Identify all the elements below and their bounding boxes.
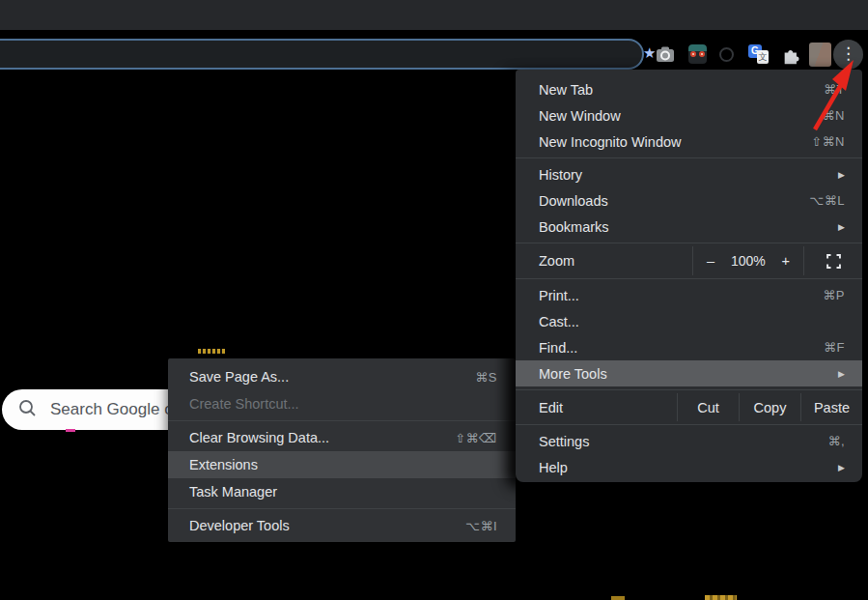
page-fragment-gold-1 xyxy=(611,596,625,600)
menu-item-label: History xyxy=(539,167,838,183)
menu-item-history[interactable]: History ▶ xyxy=(516,161,862,187)
menu-separator xyxy=(516,157,862,158)
menu-item-help[interactable]: Help ▶ xyxy=(516,454,862,480)
disabled-extension-icon[interactable] xyxy=(719,47,734,62)
menu-separator xyxy=(168,420,516,421)
more-tools-submenu: Save Page As... ⌘S Create Shortcut... Cl… xyxy=(168,358,516,542)
menu-item-label: Print... xyxy=(539,288,823,303)
shortcut-label: ⇧⌘⌫ xyxy=(455,431,497,445)
submenu-item-label: Developer Tools xyxy=(189,518,465,533)
submenu-item-extensions[interactable]: Extensions xyxy=(168,451,516,478)
menu-item-label: Zoom xyxy=(516,253,692,269)
bookmark-star-icon[interactable]: ★ xyxy=(643,45,656,61)
page-fragment-gold-2 xyxy=(705,595,737,600)
search-placeholder: Search Google o xyxy=(50,400,174,419)
shortcut-label: ⌘N xyxy=(823,108,845,123)
menu-item-label: Downloads xyxy=(539,193,809,209)
menu-item-label: Edit xyxy=(516,400,677,415)
submenu-arrow-icon: ▶ xyxy=(838,369,845,379)
fullscreen-icon xyxy=(826,254,841,269)
page-fragment-pink xyxy=(66,429,75,432)
page-fragment-gold-dashes xyxy=(198,349,225,354)
menu-item-zoom: Zoom – 100% + xyxy=(516,246,862,275)
submenu-item-label: Save Page As... xyxy=(189,369,475,385)
kebab-menu-icon: ⋮ xyxy=(840,44,856,63)
shortcut-label: ⇧⌘N xyxy=(811,134,845,149)
menu-separator xyxy=(516,424,862,425)
edit-cut-button[interactable]: Cut xyxy=(677,393,739,421)
menu-separator xyxy=(516,243,862,243)
character-glasses-right xyxy=(699,51,705,57)
submenu-item-clear-browsing-data[interactable]: Clear Browsing Data... ⇧⌘⌫ xyxy=(168,424,516,451)
translate-icon[interactable]: G 文 xyxy=(748,44,769,65)
submenu-arrow-icon: ▶ xyxy=(838,463,845,472)
menu-item-new-incognito-window[interactable]: New Incognito Window ⇧⌘N xyxy=(516,129,862,155)
shortcut-label: ⌘T xyxy=(824,82,845,97)
character-hair xyxy=(688,44,707,51)
menu-item-new-tab[interactable]: New Tab ⌘T xyxy=(516,76,862,102)
profile-avatar[interactable] xyxy=(809,43,831,67)
menu-item-downloads[interactable]: Downloads ⌥⌘L xyxy=(516,187,862,214)
omnibox-address-bar[interactable] xyxy=(0,39,644,70)
search-icon xyxy=(18,399,37,421)
menu-item-label: New Window xyxy=(539,108,823,124)
submenu-item-label: Task Manager xyxy=(189,484,497,500)
submenu-item-label: Extensions xyxy=(189,457,497,472)
menu-separator xyxy=(168,508,516,509)
cut-label: Cut xyxy=(697,400,719,415)
submenu-arrow-icon: ▶ xyxy=(838,170,845,180)
fullscreen-button[interactable] xyxy=(804,246,862,275)
menu-item-cast[interactable]: Cast... xyxy=(516,308,862,334)
shortcut-label: ⌥⌘I xyxy=(465,519,497,533)
shortcut-label: ⌘S xyxy=(475,370,497,385)
shortcut-label: ⌘F xyxy=(824,340,845,355)
menu-item-find[interactable]: Find... ⌘F xyxy=(516,334,862,360)
submenu-item-create-shortcut: Create Shortcut... xyxy=(168,390,516,417)
menu-item-bookmarks[interactable]: Bookmarks ▶ xyxy=(516,214,862,240)
submenu-arrow-icon: ▶ xyxy=(838,222,845,232)
chrome-main-menu: New Tab ⌘T New Window ⌘N New Incognito W… xyxy=(516,70,862,482)
copy-label: Copy xyxy=(754,400,787,415)
shortcut-label: ⌥⌘L xyxy=(809,193,845,208)
zoom-out-button[interactable]: – xyxy=(707,253,714,269)
paste-label: Paste xyxy=(814,400,850,415)
submenu-item-save-page-as[interactable]: Save Page As... ⌘S xyxy=(168,363,516,390)
menu-item-more-tools[interactable]: More Tools ▶ xyxy=(516,360,862,386)
menu-item-print[interactable]: Print... ⌘P xyxy=(516,282,862,308)
browser-window: ★ G 文 ⋮ xyxy=(0,0,868,600)
menu-separator xyxy=(516,389,862,390)
submenu-item-label: Create Shortcut... xyxy=(189,396,497,412)
shortcut-label: ⌘P xyxy=(823,288,845,302)
browser-menu-button[interactable]: ⋮ xyxy=(833,40,863,70)
character-glasses-left xyxy=(690,51,696,57)
submenu-item-developer-tools[interactable]: Developer Tools ⌥⌘I xyxy=(168,512,516,539)
shortcut-label: ⌘, xyxy=(827,434,845,448)
menu-item-new-window[interactable]: New Window ⌘N xyxy=(516,102,862,129)
character-extension-icon[interactable] xyxy=(688,44,707,64)
edit-paste-button[interactable]: Paste xyxy=(800,393,862,421)
menu-item-label: Bookmarks xyxy=(539,219,838,235)
menu-item-label: Cast... xyxy=(539,314,845,329)
menu-item-label: New Tab xyxy=(539,82,824,98)
edit-copy-button[interactable]: Copy xyxy=(739,393,800,421)
translate-page-square: 文 xyxy=(757,50,769,64)
menu-item-label: Settings xyxy=(539,434,827,449)
menu-item-label: More Tools xyxy=(539,366,838,382)
submenu-item-task-manager[interactable]: Task Manager xyxy=(168,478,516,505)
extensions-puzzle-icon[interactable] xyxy=(780,45,800,70)
camera-extension-icon[interactable] xyxy=(656,45,675,67)
browser-toolbar: ★ G 文 ⋮ xyxy=(0,0,868,30)
menu-item-label: Help xyxy=(539,460,838,475)
zoom-controls: – 100% + xyxy=(692,246,804,275)
menu-item-label: Find... xyxy=(539,340,824,356)
menu-separator xyxy=(516,278,862,279)
submenu-item-label: Clear Browsing Data... xyxy=(189,430,455,445)
zoom-level-value: 100% xyxy=(731,253,766,269)
menu-item-label: New Incognito Window xyxy=(539,134,811,150)
menu-item-settings[interactable]: Settings ⌘, xyxy=(516,428,862,454)
menu-item-edit: Edit Cut Copy Paste xyxy=(516,393,862,421)
zoom-in-button[interactable]: + xyxy=(782,253,790,269)
